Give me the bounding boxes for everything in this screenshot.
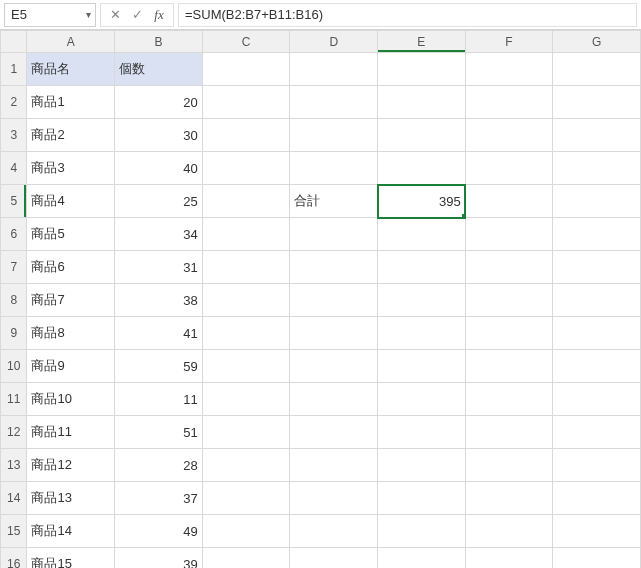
- cell[interactable]: 28: [115, 449, 203, 482]
- cell[interactable]: 商品1: [27, 86, 115, 119]
- cell[interactable]: [465, 185, 553, 218]
- cell[interactable]: [378, 383, 466, 416]
- row-header[interactable]: 6: [1, 218, 27, 251]
- row-header[interactable]: 8: [1, 284, 27, 317]
- cell[interactable]: 商品名: [27, 53, 115, 86]
- col-header-D[interactable]: D: [290, 31, 378, 53]
- cell[interactable]: 40: [115, 152, 203, 185]
- spreadsheet-grid[interactable]: A B C D E F G 1商品名個数2商品1203商品2304商品3405商…: [0, 30, 641, 568]
- cell[interactable]: [202, 185, 290, 218]
- cell[interactable]: [465, 482, 553, 515]
- name-box[interactable]: E5 ▾: [4, 3, 96, 27]
- cell[interactable]: 商品4: [27, 185, 115, 218]
- cell[interactable]: [378, 119, 466, 152]
- cell[interactable]: [553, 284, 641, 317]
- cell[interactable]: [378, 548, 466, 569]
- row-header[interactable]: 14: [1, 482, 27, 515]
- row-header[interactable]: 9: [1, 317, 27, 350]
- cell[interactable]: [465, 119, 553, 152]
- cell[interactable]: 商品15: [27, 548, 115, 569]
- cell[interactable]: [465, 251, 553, 284]
- cell[interactable]: 商品11: [27, 416, 115, 449]
- cell[interactable]: [378, 515, 466, 548]
- cell[interactable]: [202, 218, 290, 251]
- cell[interactable]: 25: [115, 185, 203, 218]
- cell[interactable]: [202, 317, 290, 350]
- cell[interactable]: [378, 449, 466, 482]
- select-all-corner[interactable]: [1, 31, 27, 53]
- cell[interactable]: [553, 53, 641, 86]
- row-header[interactable]: 16: [1, 548, 27, 569]
- cell[interactable]: [290, 449, 378, 482]
- cell[interactable]: [465, 53, 553, 86]
- formula-input[interactable]: =SUM(B2:B7+B11:B16): [178, 3, 637, 27]
- row-header[interactable]: 2: [1, 86, 27, 119]
- cell[interactable]: [290, 317, 378, 350]
- cell[interactable]: [290, 284, 378, 317]
- col-header-C[interactable]: C: [202, 31, 290, 53]
- cell[interactable]: [202, 383, 290, 416]
- cell[interactable]: [290, 218, 378, 251]
- cell[interactable]: [465, 317, 553, 350]
- cell[interactable]: [378, 251, 466, 284]
- row-header[interactable]: 15: [1, 515, 27, 548]
- cell[interactable]: [290, 515, 378, 548]
- cell[interactable]: [553, 548, 641, 569]
- cell[interactable]: 34: [115, 218, 203, 251]
- cell[interactable]: [290, 53, 378, 86]
- cell[interactable]: [465, 416, 553, 449]
- cell[interactable]: [465, 350, 553, 383]
- row-header[interactable]: 5: [1, 185, 27, 218]
- row-header[interactable]: 13: [1, 449, 27, 482]
- cell[interactable]: [202, 86, 290, 119]
- row-header[interactable]: 12: [1, 416, 27, 449]
- cell[interactable]: 30: [115, 119, 203, 152]
- cell[interactable]: [465, 284, 553, 317]
- cell[interactable]: [553, 185, 641, 218]
- cell[interactable]: [553, 515, 641, 548]
- row-header[interactable]: 3: [1, 119, 27, 152]
- cell[interactable]: [553, 152, 641, 185]
- cell[interactable]: [378, 317, 466, 350]
- cell[interactable]: [553, 317, 641, 350]
- cell[interactable]: [378, 284, 466, 317]
- cell[interactable]: [202, 53, 290, 86]
- cell[interactable]: 合計: [290, 185, 378, 218]
- cell[interactable]: 59: [115, 350, 203, 383]
- cell[interactable]: [202, 515, 290, 548]
- cell[interactable]: [553, 218, 641, 251]
- col-header-F[interactable]: F: [465, 31, 553, 53]
- col-header-E[interactable]: E: [378, 31, 466, 53]
- cell[interactable]: [202, 152, 290, 185]
- cell[interactable]: [290, 119, 378, 152]
- cell[interactable]: [202, 251, 290, 284]
- cell[interactable]: [378, 350, 466, 383]
- cell[interactable]: [290, 86, 378, 119]
- cell[interactable]: 商品3: [27, 152, 115, 185]
- row-header[interactable]: 10: [1, 350, 27, 383]
- cell[interactable]: [378, 152, 466, 185]
- cell[interactable]: 商品12: [27, 449, 115, 482]
- cell[interactable]: 商品6: [27, 251, 115, 284]
- cell[interactable]: 31: [115, 251, 203, 284]
- cell[interactable]: [290, 251, 378, 284]
- chevron-down-icon[interactable]: ▾: [86, 9, 91, 20]
- row-header[interactable]: 1: [1, 53, 27, 86]
- cell[interactable]: 395: [378, 185, 466, 218]
- cell[interactable]: [553, 119, 641, 152]
- cell[interactable]: [378, 86, 466, 119]
- cell[interactable]: 38: [115, 284, 203, 317]
- cell[interactable]: [465, 152, 553, 185]
- cell[interactable]: 51: [115, 416, 203, 449]
- cell[interactable]: [465, 449, 553, 482]
- cell[interactable]: [553, 251, 641, 284]
- cell[interactable]: [202, 119, 290, 152]
- cell[interactable]: [378, 416, 466, 449]
- cell[interactable]: [290, 548, 378, 569]
- cell[interactable]: 商品14: [27, 515, 115, 548]
- cell[interactable]: [290, 152, 378, 185]
- cell[interactable]: 20: [115, 86, 203, 119]
- col-header-B[interactable]: B: [115, 31, 203, 53]
- cell[interactable]: [290, 482, 378, 515]
- cell[interactable]: [202, 416, 290, 449]
